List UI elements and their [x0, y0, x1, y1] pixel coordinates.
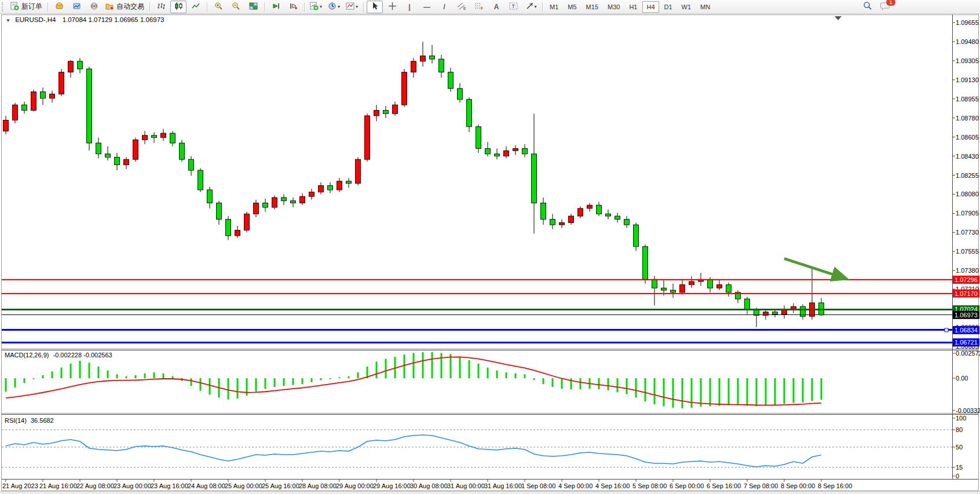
auto-trading-button[interactable]: 自动交易	[103, 1, 147, 13]
line-chart-button[interactable]	[188, 1, 204, 13]
navigator-button[interactable]	[68, 1, 85, 13]
crosshair-tool-button[interactable]	[384, 1, 400, 13]
candlestick-chart-button[interactable]	[170, 1, 187, 13]
candle	[142, 136, 148, 140]
candle	[244, 214, 250, 230]
time-axis[interactable]: 21 Aug 202321 Aug 16:0022 Aug 08:0023 Au…	[2, 480, 852, 489]
chart-title[interactable]: ▼ EURUSD-,H4 1.07084 1.07129 1.06965 1.0…	[6, 16, 164, 23]
auto-trading-label: 自动交易	[116, 2, 144, 12]
trendline-tool-button[interactable]: /	[436, 1, 452, 13]
signals-button[interactable]	[86, 1, 102, 13]
trend-arrow-annotation[interactable]	[784, 258, 844, 278]
indicators-button[interactable]: ▾	[308, 1, 324, 13]
chart-canvas[interactable]: 1.096551.094801.093051.091301.089551.087…	[0, 0, 980, 494]
time-tick-label: 30 Aug 08:00	[410, 482, 448, 489]
toolbar-separator	[542, 2, 543, 12]
macd-histogram-bar	[135, 375, 137, 378]
macd-histogram-bar	[274, 378, 276, 387]
navigator-icon	[72, 2, 81, 12]
macd-histogram-bar	[617, 378, 619, 392]
arrows-tool-button[interactable]: ▾	[523, 1, 539, 13]
price-tick-label: 1.07905	[956, 210, 979, 217]
periods-button[interactable]: ▾	[326, 1, 342, 13]
tf-d1-button[interactable]: D1	[660, 1, 677, 13]
time-tick-label: 1 Sep 08:00	[521, 482, 555, 489]
macd-histogram-bar	[441, 353, 443, 378]
macd-tick-label: -0.003326	[956, 407, 980, 414]
tf-mn-button[interactable]: MN	[696, 1, 714, 13]
zoom-out-button[interactable]	[228, 1, 244, 13]
text-label-tool-button[interactable]: T	[506, 1, 522, 13]
candle	[689, 281, 694, 285]
new-order-button[interactable]: 新订单	[8, 1, 45, 13]
macd-histogram-bar	[459, 357, 461, 378]
macd-histogram-bar	[700, 378, 702, 407]
macd-histogram-bar	[42, 375, 44, 378]
candle	[235, 230, 240, 236]
candle	[726, 285, 732, 292]
candle	[59, 72, 64, 94]
chart-shift-marker[interactable]	[835, 16, 842, 20]
macd-histogram-bar	[469, 360, 470, 378]
tf-m15-button[interactable]: M15	[582, 1, 602, 13]
price-tick-label: 1.08605	[956, 134, 979, 141]
rsi-name: RSI(14)	[5, 417, 27, 424]
tf-m5-button[interactable]: M5	[564, 1, 580, 13]
tf-h1-button[interactable]: H1	[625, 1, 641, 13]
tf-m1-button[interactable]: M1	[546, 1, 562, 13]
chart-shift-button[interactable]	[285, 1, 301, 13]
candle	[337, 181, 342, 190]
market-watch-button[interactable]	[51, 1, 67, 13]
tf-w1-button[interactable]: W1	[678, 1, 696, 13]
bar-chart-button[interactable]	[153, 1, 169, 13]
zoom-out-icon	[232, 2, 240, 12]
tile-windows-icon	[249, 2, 258, 12]
toolbar-gripper[interactable]	[2, 2, 6, 12]
time-tick-label: 23 Aug 16:00	[151, 482, 188, 489]
macd-histogram-bar	[126, 376, 127, 378]
candle	[152, 136, 157, 138]
price-tick-label: 1.08255	[956, 172, 979, 179]
candle	[41, 92, 46, 98]
price-tick-label: 1.09480	[956, 38, 979, 45]
level-handle[interactable]	[945, 328, 948, 332]
candle	[522, 148, 528, 153]
macd-histogram-bar	[811, 378, 813, 401]
macd-histogram-bar	[487, 368, 489, 378]
cursor-tool-button[interactable]	[367, 1, 383, 13]
zoom-in-button[interactable]	[210, 1, 226, 13]
candle	[291, 201, 296, 203]
fibonacci-tool-button[interactable]: F	[471, 1, 487, 13]
time-tick-label: 21 Aug 16:00	[39, 482, 77, 489]
candle	[50, 94, 55, 98]
macd-histogram-bar	[339, 377, 341, 378]
macd-histogram-bar	[330, 378, 331, 379]
tf-m30-button[interactable]: M30	[604, 1, 624, 13]
macd-histogram-bar	[654, 378, 656, 404]
price-level-chip-label: 1.07296	[955, 276, 978, 283]
time-tick-label: 4 Sep 00:00	[558, 482, 593, 489]
search-button[interactable]	[860, 1, 876, 13]
horizontal-line-tool-button[interactable]: —	[419, 1, 435, 13]
notifications-button[interactable]: 1	[877, 1, 893, 13]
templates-button[interactable]: ▾	[343, 1, 360, 13]
candle	[560, 222, 565, 225]
candle	[96, 143, 101, 154]
cursor-icon	[371, 2, 379, 12]
text-tool-button[interactable]: A	[488, 1, 504, 13]
macd-histogram-bar	[496, 371, 498, 378]
candle	[68, 61, 74, 72]
rsi-line	[6, 435, 821, 467]
indicators-icon	[310, 2, 319, 12]
channel-tool-button[interactable]: E	[454, 1, 470, 13]
vertical-line-tool-button[interactable]: |	[401, 1, 418, 13]
text-a-icon: A	[494, 3, 499, 10]
expand-panel-icon[interactable]: ▼	[6, 18, 10, 23]
candle	[281, 197, 287, 201]
new-order-icon	[10, 2, 19, 12]
auto-scroll-button[interactable]	[268, 1, 284, 13]
tile-windows-button[interactable]	[245, 1, 261, 13]
price-level-chip-label: 1.06834	[955, 327, 978, 334]
tf-h4-button[interactable]: H4	[642, 1, 659, 13]
candle	[161, 133, 166, 138]
